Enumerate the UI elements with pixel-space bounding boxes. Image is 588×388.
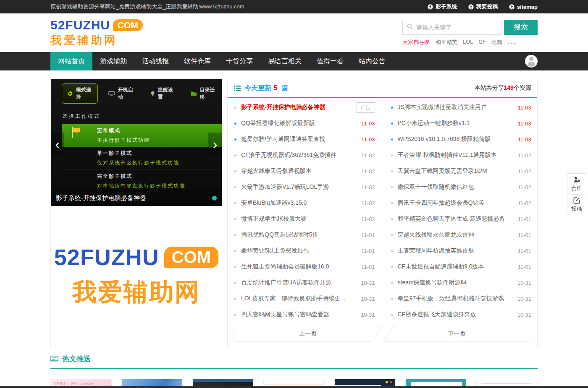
carousel-caption[interactable]: 影子系统-开挂保护电脑必备神器 [51,190,222,206]
hot-search-term-3[interactable]: 吃鸡 [491,39,502,46]
article-link[interactable]: 生死狙击爱尚辅助会员破解版16.0 [241,263,357,271]
article-date: 11-02 [361,152,375,159]
article-row: 四大密码网页星号账号密码查看器10-31 [234,307,375,323]
carousel-indicator-dot[interactable] [212,196,217,201]
bullet-dot [234,218,236,220]
download-circle-icon [468,4,474,10]
topbar-link-shadow-system[interactable]: 影子系统 [428,3,457,10]
folder-icon [191,91,197,96]
float-submit-button[interactable]: 投稿 [567,194,586,215]
bullet-dot [234,202,236,204]
logo-badge: COM [113,19,143,31]
hot-search-term-4[interactable]: ...... [508,39,517,46]
updates-column-left: 影子系统-开挂保护电脑必备神器广告QQ举报器绿化破解版最新版11-03超星尔雅/… [234,99,375,323]
article-link[interactable]: 王者荣耀周年祈愿抽英雄皮肤 [398,247,514,255]
article-row: 影子系统-开挂保护电脑必备神器广告 [234,99,375,115]
user-avatar[interactable] [525,55,538,68]
article-link[interactable]: WPS2016 v10.1.0.7698 极限精简版 [398,135,514,143]
ad-banner[interactable]: 52FUZHU COM 我爱辅助网 [51,206,222,347]
download-circle-icon [509,4,514,10]
nav-item-6[interactable]: 值得一看 [309,52,351,70]
bullet-dot [391,298,393,300]
left-column: 模式选择开机启动提醒设置目录迁移 选择工作模式 正常模式不执行影子模式功能单一影… [50,79,222,347]
carousel-caption-text[interactable]: 影子系统-开挂保护电脑必备神器 [56,194,146,202]
search-box [402,20,501,35]
article-link[interactable]: 影子系统-开挂保护电脑必备神器 [241,104,352,111]
bullet-dot [234,282,236,284]
article-link[interactable]: 腾讯优酷QQ音乐绿钻限时5折 [241,231,357,239]
slide-mode-name: 完全影子模式 [97,173,222,180]
bullet-dot [234,154,236,156]
nav-item-0[interactable]: 网站首页 [50,52,92,70]
article-link[interactable]: PC小米运动一键刷步数v1.1 [398,120,514,127]
article-date: 11-01 [361,248,375,254]
article-link[interactable]: steam快速换号软件附源码 [398,279,513,286]
article-link[interactable]: 豪华黄钻5以上免费发红包 [241,247,357,255]
nav-item-4[interactable]: 干货分享 [218,52,260,70]
slide-tab-2: 提醒设置 [145,83,180,104]
search-input[interactable] [416,24,497,31]
hot-search-term-2[interactable]: CF [479,39,486,46]
carousel-next-arrow[interactable]: › [208,133,222,155]
article-link[interactable]: 火箭手游加速器V1.7畅玩LOL手游 [241,183,357,191]
topbar-link-sitemap[interactable]: sitemap [509,3,538,10]
article-date: 11-01 [361,232,375,238]
nav-item-2[interactable]: 活动线报 [134,52,176,70]
article-link[interactable]: 安卓BiuBiu加速器v3.15.0 [241,199,357,207]
article-link[interactable]: 微保双十一领取随机微信红包 [398,183,514,191]
flag-icon [71,127,81,140]
hot-search-term-0[interactable]: 和平精英 [436,39,457,46]
nav-item-1[interactable]: 游戏辅助 [92,52,134,70]
bullet-dot [391,122,393,125]
article-row: 生死狙击爱尚辅助会员破解版16.011-01 [234,259,375,275]
search-button[interactable]: 搜索 [504,20,538,35]
slide-tab-label-3: 目录迁移 [200,86,217,101]
article-link[interactable]: QQ举报器绿化破解版最新版 [241,120,357,127]
article-link[interactable]: 微博正规学生JK校服大赛 [241,215,357,223]
bullet-dot [391,154,393,156]
article-date: 11-02 [361,200,375,206]
ad-logo-text: 52FUZHU [54,244,159,270]
updates-unit: 篇 [281,84,288,93]
slide-tab-1: 开机启动 [103,83,139,104]
article-date: 10-31 [517,312,531,318]
article-row: PC小米运动一键刷步数v1.111-03 [390,115,532,131]
article-link[interactable]: 腾讯王卡四周年抽超级会员Q钻等 [398,199,514,207]
next-page-button[interactable]: 下一页 [383,326,532,342]
nav-item-7[interactable]: 站内公告 [351,52,393,70]
article-date: 11-01 [518,248,531,254]
article-link[interactable]: 百度统计推广引流UA访客软件开源 [241,279,357,286]
article-link[interactable]: CF浪子无视机器码/362/361免费插件 [241,151,357,159]
list-icon [234,85,241,91]
float-cooperate-button[interactable]: 合作 [567,174,586,194]
nav-item-5[interactable]: 易语言相关 [260,52,309,70]
prev-page-button[interactable]: 上一页 [234,326,383,342]
carousel-slide-tabs: 模式选择开机启动提醒设置目录迁移 [51,79,222,104]
article-link[interactable]: 穿越火线领取永久耀龙或雷神 [398,231,514,239]
article-link[interactable]: JS脚本实现微博批量取消关注用户 [398,104,514,111]
total-prefix: 本站共分享 [475,84,504,91]
article-link[interactable]: 四大密码网页星号账号密码查看器 [241,311,357,318]
article-link[interactable]: 拳皇97手机版一款经典街机格斗竞技游戏 [398,295,513,302]
nav-item-3[interactable]: 软件仓库 [176,52,218,70]
article-date: 11-02 [518,152,531,159]
slide-mode-2: 完全影子模式对本地所有硬盘执行影子模式功能 [62,170,222,193]
updates-column-right: JS脚本实现微博批量取消关注用户11-03PC小米运动一键刷步数v1.111-0… [390,99,532,323]
carousel-prev-arrow[interactable]: ‹ [51,133,64,155]
article-row: CF秒杀透视飞天加速隐身奔放10-31 [390,307,532,323]
article-link[interactable]: CF末世透视自瞄追踪辅助9.0版本 [398,263,514,271]
article-link[interactable]: 超星尔雅/学习通网课通答案查找 [241,135,357,143]
article-link[interactable]: 王者荣耀-秋枫防封插件V11.1通用版本 [398,151,514,159]
article-link[interactable]: CF秒杀透视飞天加速隐身奔放 [398,311,513,318]
site-logo[interactable]: 52FUZHU COM 我爱辅助网 [50,18,143,48]
article-date: 10-31 [517,296,531,302]
main-content: 模式选择开机启动提醒设置目录迁移 选择工作模式 正常模式不执行影子模式功能单一影… [50,79,538,347]
topbar-link-submit[interactable]: 我要投稿 [468,3,498,10]
article-link[interactable]: 天翼云盘下载网页版无需登录10/M [398,167,514,175]
article-date: 11-02 [361,216,375,222]
article-link[interactable]: 和平精英金色聊天字体生成 装逼恶搞必备 [398,215,514,223]
carousel[interactable]: 模式选择开机启动提醒设置目录迁移 选择工作模式 正常模式不执行影子模式功能单一影… [51,79,222,206]
article-link[interactable]: 穿越火线奉天骨骼透视版本 [241,167,357,175]
hot-search-term-1[interactable]: LOL [463,39,473,46]
article-link[interactable]: LOL皮肤专家一键特效换肤助手持续更... [241,295,357,302]
